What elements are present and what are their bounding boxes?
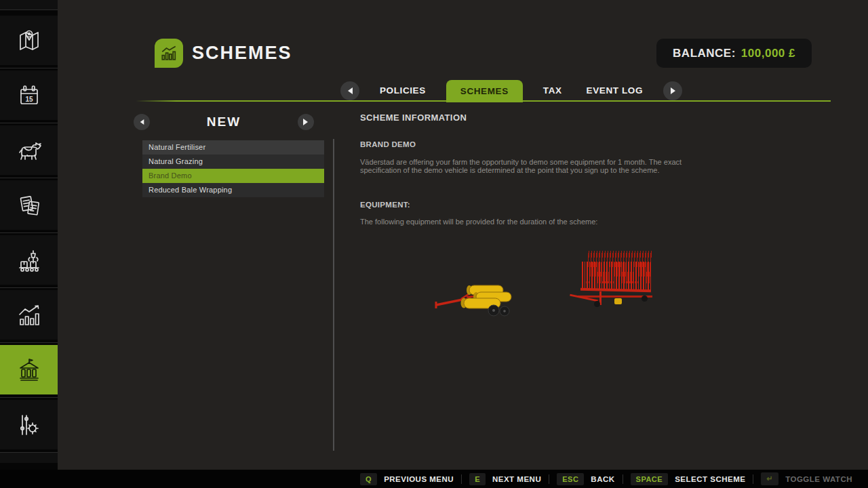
key-q: Q [360,473,377,485]
section-title: SCHEME INFORMATION [360,113,740,123]
chart-icon [159,43,179,64]
balance-label: BALANCE: [673,47,736,60]
scheme-information-panel: SCHEME INFORMATION BRAND DEMO Väderstad … [360,113,740,226]
hotkey-select-scheme[interactable]: SPACE SELECT SCHEME [631,473,746,485]
tab-schemes[interactable]: SCHEMES [446,80,523,102]
list-item-selected[interactable]: Brand Demo [142,169,324,183]
tab-underline [136,100,831,102]
hotkey-previous-menu[interactable]: Q PREVIOUS MENU [360,473,454,485]
sidebar-item-settings[interactable] [0,400,58,449]
schemes-screen: 15 [0,0,868,488]
category-header: NEW [134,114,314,130]
hotkey-toggle-watch[interactable]: ↵ TOGGLE WATCH [761,472,852,485]
list-scrollbar[interactable] [333,139,334,451]
sidebar-item-statistics[interactable] [0,290,58,340]
hotkey-back[interactable]: ESC BACK [557,473,614,485]
tabs-next-button[interactable] [663,81,682,100]
roller-equipment-image [434,268,519,322]
sidebar-item-calendar[interactable]: 15 [0,70,58,120]
scheme-list: Natural Fertiliser Natural Grazing Brand… [142,140,324,197]
tab-policies[interactable]: POLICIES [376,85,430,96]
map-icon [16,27,43,54]
hotkey-next-menu[interactable]: E NEXT MENU [469,473,541,485]
list-item[interactable]: Reduced Bale Wrapping [142,183,324,197]
category-next-button[interactable] [298,114,314,130]
documents-icon [16,192,43,219]
sidebar-item-cutoff-top [0,0,58,10]
cow-icon [16,137,43,164]
production-icon [16,247,43,274]
key-space: SPACE [631,473,669,485]
settings-sliders-icon [16,411,43,439]
page-title: SCHEMES [192,43,292,64]
equipment-title: EQUIPMENT: [360,201,740,209]
tab-bar: POLICIES SCHEMES TAX EVENT LOG [340,79,682,102]
calendar-icon: 15 [16,82,43,109]
statistics-icon [16,302,43,329]
list-item[interactable]: Natural Fertiliser [142,140,324,155]
key-esc: ESC [557,473,584,485]
key-e: E [469,473,486,485]
category-title: NEW [207,115,241,129]
prev-arrow-icon [348,87,353,94]
balance-badge: BALANCE: 100,000 £ [656,39,812,68]
svg-text:15: 15 [25,95,33,102]
equipment-images [431,247,668,319]
scheme-description: Väderstad are offering your farm the opp… [360,158,724,174]
sidebar-item-map[interactable] [0,16,58,65]
sidebar-item-finances[interactable] [0,345,58,394]
list-item[interactable]: Natural Grazing [142,155,324,169]
next-arrow-icon [303,119,308,125]
category-prev-button[interactable] [134,114,150,130]
bank-icon [16,357,43,384]
separator [461,474,462,484]
prev-arrow-icon [140,119,144,125]
balance-value: 100,000 £ [741,47,795,60]
tab-event-log[interactable]: EVENT LOG [583,85,647,96]
tabs-prev-button[interactable] [340,81,359,100]
separator [753,474,753,484]
tab-tax[interactable]: TAX [539,85,566,96]
equipment-description: The following equipment will be provided… [360,218,740,226]
separator [623,474,623,484]
next-arrow-icon [671,87,675,94]
hotkey-bar: Q PREVIOUS MENU E NEXT MENU ESC BACK SPA… [0,470,868,488]
sidebar-item-cutoff-bottom [0,452,58,463]
harrow-equipment-image [576,251,654,313]
sidebar-item-production[interactable] [0,235,58,285]
scheme-name: BRAND DEMO [360,140,740,148]
sidebar-item-contracts[interactable] [0,180,58,230]
main-panel: SCHEMES BALANCE: 100,000 £ POLICIES SCHE… [58,0,868,470]
sidebar-item-animals[interactable] [0,125,58,175]
schemes-app-icon [155,39,183,68]
separator [549,474,549,484]
sidebar: 15 [0,0,58,470]
return-key-icon: ↵ [761,472,778,485]
